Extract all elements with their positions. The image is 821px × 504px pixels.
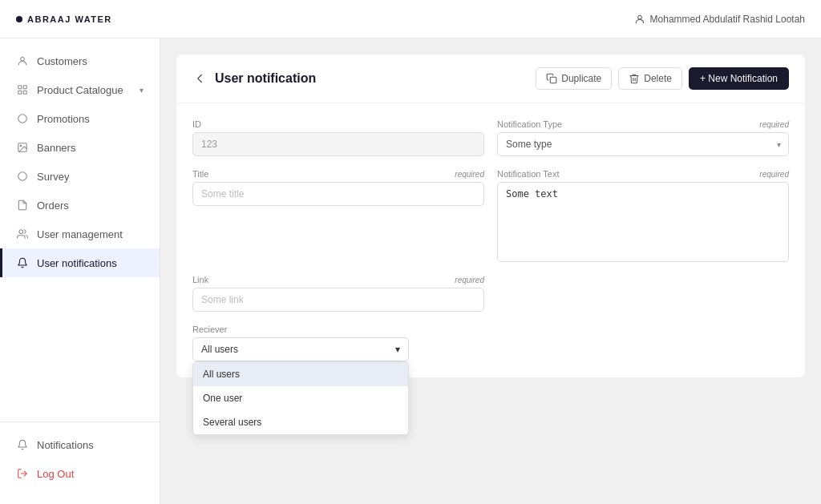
sidebar-label: User notifications [37,257,117,269]
receiver-label: Reciever [192,325,227,334]
receiver-section: Reciever All users ▾ All users One user … [192,325,789,361]
sidebar-nav: Customers Product Catalogue ▾ Promotions [0,46,160,421]
sidebar-item-notifications[interactable]: Notifications [0,430,160,459]
svg-point-0 [637,15,641,19]
title-label-row: Title required [192,169,484,179]
receiver-option-one-user[interactable]: One user [193,386,408,410]
logo-text: ABRAAJ WATER [27,14,112,24]
svg-rect-3 [23,86,26,89]
title-required: required [455,170,484,179]
sidebar-item-user-management[interactable]: User management [0,220,160,248]
notification-type-group: Notification Type required Some type Typ… [497,119,789,156]
sidebar-label: Customers [37,55,87,67]
sidebar-label: Product Catalogue [37,84,123,96]
id-input [192,132,484,156]
sidebar-label: User management [37,228,123,240]
svg-point-1 [21,57,25,61]
main-layout: Customers Product Catalogue ▾ Promotions [0,38,821,504]
person-icon [16,54,29,67]
receiver-dropdown-wrapper: All users ▾ All users One user Several u… [192,337,789,361]
topbar-user: Mohammed Abdulatif Rashid Lootah [634,14,805,25]
svg-rect-12 [550,77,556,83]
duplicate-label: Duplicate [561,73,601,84]
username-text: Mohammed Abdulatif Rashid Lootah [650,14,805,25]
svg-rect-5 [23,91,26,94]
logo-dot [16,16,22,22]
notification-text-required: required [759,170,789,179]
person-icon [634,14,645,25]
content-area: User notification Duplicate Delete + New… [160,38,821,504]
receiver-select-button[interactable]: All users ▾ [192,337,409,361]
back-button[interactable] [192,71,207,86]
sidebar-label: Banners [37,142,75,154]
users-icon [16,228,29,240]
form-row-2: Title required Notification Text require… [192,169,789,262]
notification-text-label-row: Notification Text required [497,169,789,179]
sidebar-bottom: Notifications Log Out [0,421,160,496]
sidebar: Customers Product Catalogue ▾ Promotions [0,38,160,504]
bell-icon [16,256,29,269]
svg-point-8 [20,145,22,147]
topbar: ABRAAJ WATER Mohammed Abdulatif Rashid L… [0,0,821,38]
sidebar-item-customers[interactable]: Customers [0,46,160,75]
link-input[interactable] [192,288,484,312]
sidebar-label: Orders [37,200,69,212]
receiver-option-several-users[interactable]: Several users [193,410,408,434]
page-title: User notification [215,71,316,86]
form-row-3: Link required [192,275,789,312]
svg-point-9 [18,172,27,181]
id-group: ID [192,119,484,156]
sidebar-label: Log Out [37,468,74,480]
circle-icon [16,170,29,183]
svg-rect-4 [18,91,22,94]
form-area: ID Notification Type required Some type [176,103,805,377]
logout-icon [16,467,29,480]
sidebar-item-logout[interactable]: Log Out [0,459,160,488]
link-label: Link [192,275,208,284]
chevron-down-icon: ▾ [140,86,144,95]
duplicate-button[interactable]: Duplicate [536,67,612,90]
chevron-down-icon: ▾ [395,344,400,355]
notification-type-required: required [759,120,789,129]
sidebar-item-promotions[interactable]: Promotions [0,104,160,133]
sidebar-item-product-catalogue[interactable]: Product Catalogue ▾ [0,75,160,104]
receiver-option-all-users[interactable]: All users [193,362,408,386]
delete-button[interactable]: Delete [618,67,682,90]
svg-rect-2 [18,86,22,89]
title-input[interactable] [192,182,484,206]
id-label-row: ID [192,119,484,129]
link-label-row: Link required [192,275,484,284]
notification-text-label: Notification Text [497,169,559,179]
id-label: ID [192,119,201,129]
notification-type-select[interactable]: Some type Type A Type B [497,132,789,156]
page-actions: Duplicate Delete + New Notification [536,67,789,90]
tag-icon [16,112,29,125]
image-icon [16,141,29,154]
new-notification-button[interactable]: + New Notification [689,67,789,90]
receiver-label-row: Reciever [192,325,409,334]
sidebar-item-banners[interactable]: Banners [0,133,160,162]
sidebar-item-user-notifications[interactable]: User notifications [0,248,160,277]
svg-point-6 [18,115,27,123]
grid-icon [16,83,29,96]
link-group: Link required [192,275,484,312]
app-logo: ABRAAJ WATER [16,14,112,24]
receiver-selected-value: All users [201,344,238,355]
notification-text-input[interactable]: Some text [497,182,789,262]
page-title-area: User notification [192,71,316,86]
bell-icon [16,438,29,451]
page-card: User notification Duplicate Delete + New… [176,54,805,377]
notification-type-label-row: Notification Type required [497,119,789,129]
title-group: Title required [192,169,484,206]
file-icon [16,199,29,212]
receiver-dropdown-list: All users One user Several users [192,361,409,435]
delete-label: Delete [644,73,672,84]
new-notification-label: + New Notification [700,73,778,84]
sidebar-label: Promotions [37,113,90,125]
notification-text-group: Notification Text required Some text [497,169,789,262]
sidebar-label: Notifications [37,439,94,451]
sidebar-item-orders[interactable]: Orders [0,191,160,220]
page-header: User notification Duplicate Delete + New… [176,54,805,103]
sidebar-item-survey[interactable]: Survey [0,162,160,191]
duplicate-icon [546,73,557,84]
